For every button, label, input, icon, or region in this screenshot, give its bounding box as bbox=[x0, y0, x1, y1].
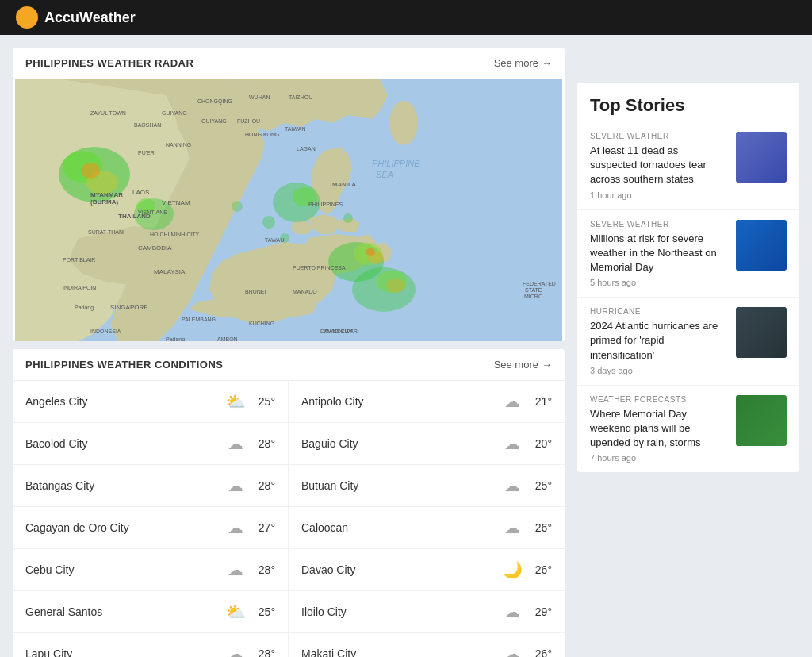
story-item[interactable]: SEVERE WEATHER Millions at risk for seve… bbox=[577, 210, 799, 298]
radar-header: PHILIPPINES WEATHER RADAR See more → bbox=[13, 48, 565, 79]
svg-text:HONG KONG: HONG KONG bbox=[245, 132, 280, 137]
story-text: SEVERE WEATHER At least 11 dead as suspe… bbox=[590, 132, 726, 200]
city-name: Caloocan bbox=[301, 521, 498, 534]
condition-row[interactable]: Butuan City ☁ 25° bbox=[289, 465, 565, 507]
city-name: Cagayan de Oro City bbox=[25, 521, 221, 534]
svg-text:INDONESIA: INDONESIA bbox=[90, 328, 121, 334]
weather-icon: 🌙 bbox=[498, 560, 527, 579]
conditions-grid: Angeles City ⛅ 25° Antipolo City ☁ 21° B… bbox=[13, 381, 565, 657]
weather-icon: ☁ bbox=[221, 560, 250, 579]
story-text: HURRICANE 2024 Atlantic hurricanes are p… bbox=[590, 307, 726, 375]
conditions-title: PHILIPPINES WEATHER CONDITIONS bbox=[25, 359, 224, 371]
svg-text:(BURMA): (BURMA) bbox=[90, 198, 118, 206]
svg-point-17 bbox=[386, 279, 405, 293]
sidebar: Top Stories SEVERE WEATHER At least 11 d… bbox=[577, 48, 799, 657]
weather-map[interactable]: MYANMAR (BURMA) LAOS THAILAND VIETNAM CA… bbox=[13, 79, 565, 341]
svg-text:TAIWAN: TAIWAN bbox=[285, 126, 305, 132]
weather-icon: ☁ bbox=[498, 476, 527, 495]
condition-row[interactable]: Angeles City ⛅ 25° bbox=[13, 381, 289, 423]
temperature: 26° bbox=[527, 521, 552, 534]
city-name: Makati City bbox=[301, 647, 498, 657]
svg-text:DAVAO CITY: DAVAO CITY bbox=[320, 328, 354, 334]
condition-row[interactable]: Cagayan de Oro City ☁ 27° bbox=[13, 507, 289, 549]
temperature: 28° bbox=[250, 437, 275, 450]
weather-icon: ☁ bbox=[498, 392, 527, 411]
condition-row[interactable]: Iloilo City ☁ 29° bbox=[289, 591, 565, 633]
story-headline: 2024 Atlantic hurricanes are primed for … bbox=[590, 319, 726, 363]
city-name: Davao City bbox=[301, 563, 498, 576]
svg-text:MANADO: MANADO bbox=[293, 289, 317, 294]
story-thumbnail bbox=[736, 395, 787, 446]
svg-text:TAWAU: TAWAU bbox=[265, 237, 284, 243]
svg-text:VIETNAM: VIETNAM bbox=[162, 199, 190, 206]
svg-text:Padang: Padang bbox=[166, 336, 185, 341]
svg-text:BRUNEI: BRUNEI bbox=[245, 289, 266, 294]
svg-text:MALAYSIA: MALAYSIA bbox=[154, 268, 186, 275]
logo[interactable]: AccuWeather bbox=[16, 6, 136, 29]
condition-row[interactable]: Caloocan ☁ 26° bbox=[289, 507, 565, 549]
city-name: Antipolo City bbox=[301, 395, 498, 408]
condition-row[interactable]: Bacolod City ☁ 28° bbox=[13, 423, 289, 465]
condition-row[interactable]: Makati City ☁ 26° bbox=[289, 633, 565, 657]
logo-text: AccuWeather bbox=[44, 10, 136, 26]
condition-row[interactable]: Batangas City ☁ 28° bbox=[13, 465, 289, 507]
story-headline: Millions at risk for severe weather in t… bbox=[590, 232, 726, 275]
header: AccuWeather bbox=[0, 0, 812, 35]
story-thumbnail bbox=[736, 307, 787, 358]
temperature: 25° bbox=[527, 479, 552, 492]
story-item[interactable]: WEATHER FORECASTS Where Memorial Day wee… bbox=[577, 386, 799, 473]
story-headline: Where Memorial Day weekend plans will be… bbox=[590, 407, 726, 451]
weather-icon: ☁ bbox=[498, 644, 527, 657]
svg-point-18 bbox=[262, 216, 275, 229]
temperature: 26° bbox=[527, 563, 552, 576]
radar-see-more[interactable]: See more → bbox=[494, 57, 552, 69]
svg-text:SURAT THANI: SURAT THANI bbox=[88, 229, 124, 235]
story-item[interactable]: HURRICANE 2024 Atlantic hurricanes are p… bbox=[577, 298, 799, 386]
main-layout: PHILIPPINES WEATHER RADAR See more → bbox=[0, 35, 812, 657]
condition-row[interactable]: Davao City 🌙 26° bbox=[289, 549, 565, 591]
stories-container: SEVERE WEATHER At least 11 dead as suspe… bbox=[577, 122, 799, 472]
city-name: Cebu City bbox=[25, 563, 221, 576]
story-time: 1 hour ago bbox=[590, 190, 726, 200]
svg-text:STATE: STATE bbox=[525, 287, 542, 293]
condition-row[interactable]: Antipolo City ☁ 21° bbox=[289, 381, 565, 423]
conditions-header: PHILIPPINES WEATHER CONDITIONS See more … bbox=[13, 349, 565, 381]
svg-point-20 bbox=[232, 201, 243, 212]
svg-point-1 bbox=[389, 101, 418, 145]
city-name: Angeles City bbox=[25, 395, 221, 408]
svg-text:TAIZHOU: TAIZHOU bbox=[289, 94, 312, 100]
svg-text:WUHAN: WUHAN bbox=[249, 94, 270, 100]
svg-text:VIENTIANE: VIENTIANE bbox=[138, 209, 167, 215]
top-stories-card: Top Stories SEVERE WEATHER At least 11 d… bbox=[577, 83, 799, 472]
city-name: Baguio City bbox=[301, 437, 498, 450]
story-headline: At least 11 dead as suspected tornadoes … bbox=[590, 144, 726, 187]
weather-icon: ☁ bbox=[221, 476, 250, 495]
story-time: 7 hours ago bbox=[590, 453, 726, 463]
story-text: WEATHER FORECASTS Where Memorial Day wee… bbox=[590, 395, 726, 463]
svg-text:PU'ER: PU'ER bbox=[138, 150, 155, 156]
svg-point-21 bbox=[343, 213, 353, 223]
condition-row[interactable]: Cebu City ☁ 28° bbox=[13, 549, 289, 591]
weather-icon: ⛅ bbox=[221, 602, 250, 621]
svg-text:MYANMAR: MYANMAR bbox=[90, 191, 123, 198]
radar-title: PHILIPPINES WEATHER RADAR bbox=[25, 57, 193, 69]
condition-row[interactable]: General Santos ⛅ 25° bbox=[13, 591, 289, 633]
svg-text:ZAYUL TOWN: ZAYUL TOWN bbox=[90, 110, 126, 116]
svg-text:NANNING: NANNING bbox=[166, 142, 191, 148]
city-name: General Santos bbox=[25, 605, 221, 618]
city-name: Bacolod City bbox=[25, 437, 221, 450]
weather-icon: ☁ bbox=[498, 602, 527, 621]
temperature: 29° bbox=[527, 605, 552, 618]
svg-text:HO CHI MINH CITY: HO CHI MINH CITY bbox=[150, 232, 200, 237]
story-item[interactable]: SEVERE WEATHER At least 11 dead as suspe… bbox=[577, 122, 799, 210]
svg-point-6 bbox=[81, 163, 100, 179]
svg-text:INDIRA POINT: INDIRA POINT bbox=[63, 285, 100, 290]
condition-row[interactable]: Lapu City ☁ 28° bbox=[13, 633, 289, 657]
weather-icon: ☁ bbox=[221, 644, 250, 657]
weather-icon: ⛅ bbox=[221, 392, 250, 411]
weather-icon: ☁ bbox=[221, 518, 250, 537]
conditions-see-more[interactable]: See more → bbox=[494, 359, 552, 371]
condition-row[interactable]: Baguio City ☁ 20° bbox=[289, 423, 565, 465]
story-category: WEATHER FORECASTS bbox=[590, 395, 726, 404]
temperature: 28° bbox=[250, 479, 275, 492]
